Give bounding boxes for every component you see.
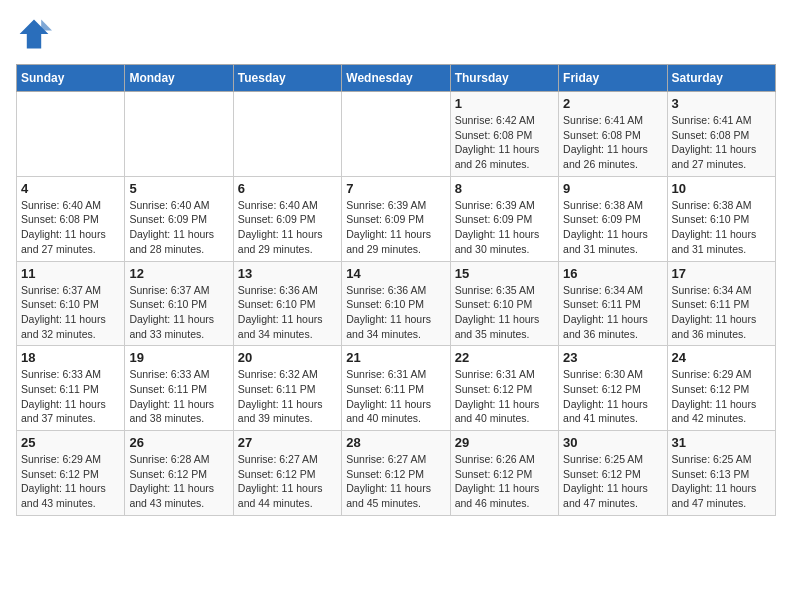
calendar-cell [342, 92, 450, 177]
day-number: 26 [129, 435, 228, 450]
calendar-cell: 2Sunrise: 6:41 AMSunset: 6:08 PMDaylight… [559, 92, 667, 177]
logo-icon [16, 16, 52, 52]
day-info: Sunrise: 6:34 AMSunset: 6:11 PMDaylight:… [563, 283, 662, 342]
page-header [16, 16, 776, 52]
calendar-week-row: 25Sunrise: 6:29 AMSunset: 6:12 PMDayligh… [17, 431, 776, 516]
day-number: 30 [563, 435, 662, 450]
day-info: Sunrise: 6:42 AMSunset: 6:08 PMDaylight:… [455, 113, 554, 172]
day-number: 21 [346, 350, 445, 365]
day-number: 1 [455, 96, 554, 111]
calendar-cell: 15Sunrise: 6:35 AMSunset: 6:10 PMDayligh… [450, 261, 558, 346]
calendar-cell: 21Sunrise: 6:31 AMSunset: 6:11 PMDayligh… [342, 346, 450, 431]
day-number: 18 [21, 350, 120, 365]
day-number: 7 [346, 181, 445, 196]
day-info: Sunrise: 6:36 AMSunset: 6:10 PMDaylight:… [238, 283, 337, 342]
day-number: 25 [21, 435, 120, 450]
day-info: Sunrise: 6:33 AMSunset: 6:11 PMDaylight:… [129, 367, 228, 426]
calendar-week-row: 18Sunrise: 6:33 AMSunset: 6:11 PMDayligh… [17, 346, 776, 431]
day-info: Sunrise: 6:26 AMSunset: 6:12 PMDaylight:… [455, 452, 554, 511]
svg-marker-1 [41, 20, 52, 31]
calendar-cell: 18Sunrise: 6:33 AMSunset: 6:11 PMDayligh… [17, 346, 125, 431]
calendar-cell: 17Sunrise: 6:34 AMSunset: 6:11 PMDayligh… [667, 261, 775, 346]
day-number: 20 [238, 350, 337, 365]
calendar-cell: 12Sunrise: 6:37 AMSunset: 6:10 PMDayligh… [125, 261, 233, 346]
calendar-cell: 31Sunrise: 6:25 AMSunset: 6:13 PMDayligh… [667, 431, 775, 516]
calendar-week-row: 4Sunrise: 6:40 AMSunset: 6:08 PMDaylight… [17, 176, 776, 261]
calendar-cell: 6Sunrise: 6:40 AMSunset: 6:09 PMDaylight… [233, 176, 341, 261]
day-number: 22 [455, 350, 554, 365]
calendar-cell [17, 92, 125, 177]
day-info: Sunrise: 6:41 AMSunset: 6:08 PMDaylight:… [672, 113, 771, 172]
day-info: Sunrise: 6:38 AMSunset: 6:09 PMDaylight:… [563, 198, 662, 257]
day-info: Sunrise: 6:35 AMSunset: 6:10 PMDaylight:… [455, 283, 554, 342]
calendar-cell: 10Sunrise: 6:38 AMSunset: 6:10 PMDayligh… [667, 176, 775, 261]
day-number: 17 [672, 266, 771, 281]
calendar-cell: 9Sunrise: 6:38 AMSunset: 6:09 PMDaylight… [559, 176, 667, 261]
day-info: Sunrise: 6:40 AMSunset: 6:09 PMDaylight:… [238, 198, 337, 257]
day-info: Sunrise: 6:40 AMSunset: 6:08 PMDaylight:… [21, 198, 120, 257]
day-number: 12 [129, 266, 228, 281]
calendar-cell: 28Sunrise: 6:27 AMSunset: 6:12 PMDayligh… [342, 431, 450, 516]
day-info: Sunrise: 6:31 AMSunset: 6:12 PMDaylight:… [455, 367, 554, 426]
calendar-day-header: Monday [125, 65, 233, 92]
day-number: 24 [672, 350, 771, 365]
calendar-day-header: Saturday [667, 65, 775, 92]
day-info: Sunrise: 6:40 AMSunset: 6:09 PMDaylight:… [129, 198, 228, 257]
day-info: Sunrise: 6:33 AMSunset: 6:11 PMDaylight:… [21, 367, 120, 426]
day-number: 11 [21, 266, 120, 281]
calendar-cell: 29Sunrise: 6:26 AMSunset: 6:12 PMDayligh… [450, 431, 558, 516]
day-info: Sunrise: 6:29 AMSunset: 6:12 PMDaylight:… [21, 452, 120, 511]
calendar-cell: 23Sunrise: 6:30 AMSunset: 6:12 PMDayligh… [559, 346, 667, 431]
day-info: Sunrise: 6:39 AMSunset: 6:09 PMDaylight:… [346, 198, 445, 257]
calendar-cell: 16Sunrise: 6:34 AMSunset: 6:11 PMDayligh… [559, 261, 667, 346]
calendar-cell: 7Sunrise: 6:39 AMSunset: 6:09 PMDaylight… [342, 176, 450, 261]
calendar-cell: 1Sunrise: 6:42 AMSunset: 6:08 PMDaylight… [450, 92, 558, 177]
calendar-day-header: Sunday [17, 65, 125, 92]
day-number: 8 [455, 181, 554, 196]
day-info: Sunrise: 6:27 AMSunset: 6:12 PMDaylight:… [238, 452, 337, 511]
day-number: 27 [238, 435, 337, 450]
day-number: 19 [129, 350, 228, 365]
logo [16, 16, 58, 52]
calendar-day-header: Friday [559, 65, 667, 92]
calendar-cell: 14Sunrise: 6:36 AMSunset: 6:10 PMDayligh… [342, 261, 450, 346]
day-number: 10 [672, 181, 771, 196]
day-number: 29 [455, 435, 554, 450]
calendar-week-row: 1Sunrise: 6:42 AMSunset: 6:08 PMDaylight… [17, 92, 776, 177]
day-info: Sunrise: 6:37 AMSunset: 6:10 PMDaylight:… [21, 283, 120, 342]
calendar-cell [125, 92, 233, 177]
day-number: 23 [563, 350, 662, 365]
day-number: 31 [672, 435, 771, 450]
calendar-cell: 26Sunrise: 6:28 AMSunset: 6:12 PMDayligh… [125, 431, 233, 516]
calendar-cell: 3Sunrise: 6:41 AMSunset: 6:08 PMDaylight… [667, 92, 775, 177]
day-number: 28 [346, 435, 445, 450]
day-number: 14 [346, 266, 445, 281]
day-number: 9 [563, 181, 662, 196]
day-info: Sunrise: 6:27 AMSunset: 6:12 PMDaylight:… [346, 452, 445, 511]
calendar-cell: 25Sunrise: 6:29 AMSunset: 6:12 PMDayligh… [17, 431, 125, 516]
day-info: Sunrise: 6:38 AMSunset: 6:10 PMDaylight:… [672, 198, 771, 257]
calendar-cell: 27Sunrise: 6:27 AMSunset: 6:12 PMDayligh… [233, 431, 341, 516]
calendar-cell: 30Sunrise: 6:25 AMSunset: 6:12 PMDayligh… [559, 431, 667, 516]
day-info: Sunrise: 6:41 AMSunset: 6:08 PMDaylight:… [563, 113, 662, 172]
day-number: 15 [455, 266, 554, 281]
calendar-cell: 13Sunrise: 6:36 AMSunset: 6:10 PMDayligh… [233, 261, 341, 346]
calendar-header-row: SundayMondayTuesdayWednesdayThursdayFrid… [17, 65, 776, 92]
day-info: Sunrise: 6:25 AMSunset: 6:12 PMDaylight:… [563, 452, 662, 511]
day-info: Sunrise: 6:34 AMSunset: 6:11 PMDaylight:… [672, 283, 771, 342]
day-info: Sunrise: 6:30 AMSunset: 6:12 PMDaylight:… [563, 367, 662, 426]
calendar-table: SundayMondayTuesdayWednesdayThursdayFrid… [16, 64, 776, 516]
calendar-cell: 24Sunrise: 6:29 AMSunset: 6:12 PMDayligh… [667, 346, 775, 431]
calendar-cell [233, 92, 341, 177]
calendar-cell: 4Sunrise: 6:40 AMSunset: 6:08 PMDaylight… [17, 176, 125, 261]
calendar-day-header: Tuesday [233, 65, 341, 92]
day-info: Sunrise: 6:39 AMSunset: 6:09 PMDaylight:… [455, 198, 554, 257]
day-number: 6 [238, 181, 337, 196]
day-info: Sunrise: 6:37 AMSunset: 6:10 PMDaylight:… [129, 283, 228, 342]
calendar-cell: 11Sunrise: 6:37 AMSunset: 6:10 PMDayligh… [17, 261, 125, 346]
day-number: 5 [129, 181, 228, 196]
day-info: Sunrise: 6:29 AMSunset: 6:12 PMDaylight:… [672, 367, 771, 426]
day-info: Sunrise: 6:32 AMSunset: 6:11 PMDaylight:… [238, 367, 337, 426]
calendar-cell: 22Sunrise: 6:31 AMSunset: 6:12 PMDayligh… [450, 346, 558, 431]
calendar-day-header: Thursday [450, 65, 558, 92]
